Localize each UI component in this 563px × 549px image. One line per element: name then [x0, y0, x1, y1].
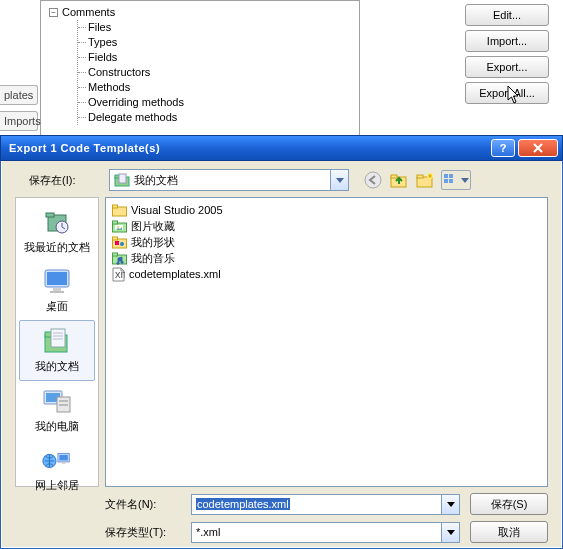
svg-rect-7 — [417, 175, 423, 178]
svg-rect-17 — [47, 272, 67, 285]
svg-rect-10 — [449, 174, 453, 178]
back-icon — [364, 171, 382, 189]
place-my-documents[interactable]: 我的文档 — [19, 320, 95, 381]
dialog-title: Export 1 Code Template(s) — [9, 142, 488, 154]
tree-node[interactable]: Fields — [88, 50, 351, 65]
svg-rect-19 — [50, 291, 64, 293]
back-button[interactable] — [363, 170, 383, 190]
up-folder-icon — [390, 172, 408, 188]
file-list[interactable]: Visual Studio 2005 图片收藏 我的形状 我的音乐 xml co… — [105, 197, 548, 487]
view-menu-button[interactable] — [441, 170, 471, 190]
tree-node-comments[interactable]: − Comments — [49, 5, 351, 20]
list-item[interactable]: xml codetemplates.xml — [112, 266, 541, 282]
svg-rect-18 — [53, 288, 61, 291]
list-item[interactable]: 我的形状 — [112, 234, 541, 250]
place-label: 网上邻居 — [19, 478, 95, 493]
filename-input[interactable]: codetemplates.xml — [191, 494, 460, 515]
up-one-level-button[interactable] — [389, 170, 409, 190]
cancel-button[interactable]: 取消 — [470, 521, 548, 543]
mydocs-icon — [41, 326, 73, 356]
vertical-tabs: plates Imports — [0, 85, 38, 137]
list-item[interactable]: Visual Studio 2005 — [112, 202, 541, 218]
tree-node[interactable]: Constructors — [88, 65, 351, 80]
place-label: 我的电脑 — [19, 419, 95, 434]
filename-label: 文件名(N): — [105, 497, 181, 512]
music-folder-icon — [112, 252, 127, 265]
svg-rect-14 — [46, 213, 54, 217]
tree-node[interactable]: Files — [88, 20, 351, 35]
new-folder-button[interactable] — [415, 170, 435, 190]
svg-text:xml: xml — [115, 268, 125, 280]
desktop-icon — [41, 267, 73, 295]
dropdown-arrow-icon[interactable] — [330, 170, 348, 190]
place-my-computer[interactable]: 我的电脑 — [19, 381, 95, 440]
code-templates-tree[interactable]: − Comments Files Types Fields Constructo… — [40, 0, 360, 140]
svg-rect-30 — [59, 404, 68, 406]
tree-node[interactable]: Overriding methods — [88, 95, 351, 110]
folder-mydocs-icon — [114, 173, 130, 187]
svg-rect-12 — [449, 179, 453, 183]
shapes-folder-icon — [112, 236, 127, 249]
folder-icon — [112, 204, 127, 217]
view-menu-icon — [443, 173, 459, 187]
places-bar: 我最近的文档 桌面 我的文档 我的电脑 网上邻居 — [15, 197, 99, 487]
dropdown-arrow-icon[interactable] — [441, 495, 459, 514]
pictures-folder-icon — [112, 220, 127, 233]
tab-templates[interactable]: plates — [0, 85, 38, 105]
tree-root-label: Comments — [62, 5, 115, 20]
svg-rect-34 — [62, 462, 66, 464]
svg-rect-43 — [115, 241, 119, 245]
place-label: 桌面 — [19, 299, 95, 314]
import-button[interactable]: Import... — [465, 30, 549, 52]
list-item[interactable]: 我的音乐 — [112, 250, 541, 266]
dialog-titlebar[interactable]: Export 1 Code Template(s) ? — [0, 135, 563, 161]
svg-rect-33 — [59, 455, 67, 461]
new-folder-icon — [416, 172, 434, 188]
tab-imports[interactable]: Imports — [0, 111, 38, 131]
mycomputer-icon — [41, 387, 73, 415]
tree-node[interactable]: Methods — [88, 80, 351, 95]
tree-node[interactable]: Delegate methods — [88, 110, 351, 125]
save-as-dialog: 保存在(I): 我的文档 — [0, 135, 563, 549]
svg-rect-5 — [391, 175, 397, 178]
save-in-combo[interactable]: 我的文档 — [109, 169, 349, 191]
filetype-value: *.xml — [196, 526, 220, 538]
save-in-label: 保存在(I): — [29, 173, 103, 188]
svg-rect-42 — [113, 237, 118, 240]
tree-node[interactable]: Types — [88, 35, 351, 50]
network-places-icon — [41, 447, 73, 473]
svg-point-3 — [365, 172, 381, 188]
place-network[interactable]: 网上邻居 — [19, 440, 95, 499]
filetype-combo[interactable]: *.xml — [191, 522, 460, 543]
svg-rect-38 — [113, 221, 118, 224]
svg-point-44 — [120, 242, 124, 246]
place-label: 我的文档 — [20, 359, 94, 374]
export-all-button[interactable]: Export All... — [465, 82, 549, 104]
svg-rect-29 — [59, 400, 68, 402]
collapse-icon[interactable]: − — [49, 8, 58, 17]
filename-value: codetemplates.xml — [196, 498, 290, 510]
save-button[interactable]: 保存(S) — [470, 493, 548, 515]
place-desktop[interactable]: 桌面 — [19, 261, 95, 320]
place-recent[interactable]: 我最近的文档 — [19, 202, 95, 261]
place-label: 我最近的文档 — [19, 240, 95, 255]
close-button[interactable] — [518, 139, 558, 157]
list-item[interactable]: 图片收藏 — [112, 218, 541, 234]
button-column: Edit... Import... Export... Export All..… — [465, 4, 549, 104]
svg-rect-2 — [119, 174, 126, 183]
help-button[interactable]: ? — [491, 139, 515, 157]
svg-point-40 — [117, 226, 119, 228]
filetype-label: 保存类型(T): — [105, 525, 181, 540]
save-in-value: 我的文档 — [134, 173, 178, 188]
close-icon — [532, 143, 544, 153]
svg-rect-9 — [444, 174, 448, 178]
svg-rect-11 — [444, 179, 448, 183]
dropdown-arrow-icon[interactable] — [441, 523, 459, 542]
xml-file-icon: xml — [112, 267, 125, 282]
svg-rect-46 — [113, 253, 118, 256]
edit-button[interactable]: Edit... — [465, 4, 549, 26]
recent-docs-icon — [42, 207, 72, 237]
export-button[interactable]: Export... — [465, 56, 549, 78]
svg-rect-22 — [51, 329, 65, 347]
svg-rect-36 — [113, 205, 118, 208]
